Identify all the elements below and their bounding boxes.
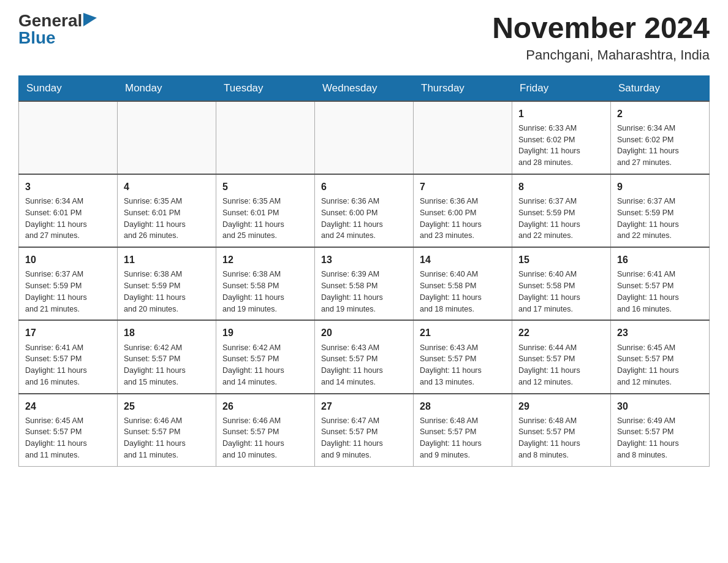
location-title: Panchgani, Maharashtra, India xyxy=(492,47,710,63)
week-row: 24Sunrise: 6:45 AM Sunset: 5:57 PM Dayli… xyxy=(19,394,710,467)
day-info: Sunrise: 6:40 AM Sunset: 5:58 PM Dayligh… xyxy=(518,269,604,315)
title-block: November 2024 Panchgani, Maharashtra, In… xyxy=(492,12,710,63)
calendar-cell: 7Sunrise: 6:36 AM Sunset: 6:00 PM Daylig… xyxy=(414,174,512,247)
calendar-cell: 8Sunrise: 6:37 AM Sunset: 5:59 PM Daylig… xyxy=(512,174,611,247)
day-info: Sunrise: 6:47 AM Sunset: 5:57 PM Dayligh… xyxy=(321,415,407,461)
logo-general-text: General xyxy=(18,12,82,29)
calendar-cell: 16Sunrise: 6:41 AM Sunset: 5:57 PM Dayli… xyxy=(611,247,710,320)
day-info: Sunrise: 6:49 AM Sunset: 5:57 PM Dayligh… xyxy=(617,415,703,461)
day-number: 27 xyxy=(321,399,407,413)
day-number: 11 xyxy=(124,253,210,267)
calendar-cell: 5Sunrise: 6:35 AM Sunset: 6:01 PM Daylig… xyxy=(216,174,315,247)
calendar-cell: 10Sunrise: 6:37 AM Sunset: 5:59 PM Dayli… xyxy=(19,247,118,320)
day-number: 1 xyxy=(518,107,604,121)
day-info: Sunrise: 6:34 AM Sunset: 6:02 PM Dayligh… xyxy=(617,123,703,169)
calendar-cell: 27Sunrise: 6:47 AM Sunset: 5:57 PM Dayli… xyxy=(315,394,414,467)
day-number: 20 xyxy=(321,326,407,340)
day-number: 4 xyxy=(124,180,210,194)
day-number: 7 xyxy=(420,180,506,194)
day-info: Sunrise: 6:34 AM Sunset: 6:01 PM Dayligh… xyxy=(25,196,111,242)
day-number: 23 xyxy=(617,326,703,340)
day-info: Sunrise: 6:35 AM Sunset: 6:01 PM Dayligh… xyxy=(124,196,210,242)
calendar-cell: 15Sunrise: 6:40 AM Sunset: 5:58 PM Dayli… xyxy=(512,247,611,320)
calendar-cell: 13Sunrise: 6:39 AM Sunset: 5:58 PM Dayli… xyxy=(315,247,414,320)
calendar-day-header: Tuesday xyxy=(216,75,315,101)
calendar-cell: 3Sunrise: 6:34 AM Sunset: 6:01 PM Daylig… xyxy=(19,174,118,247)
day-number: 29 xyxy=(518,399,604,413)
day-number: 25 xyxy=(124,399,210,413)
calendar-cell: 17Sunrise: 6:41 AM Sunset: 5:57 PM Dayli… xyxy=(19,320,118,393)
calendar-cell: 14Sunrise: 6:40 AM Sunset: 5:58 PM Dayli… xyxy=(414,247,512,320)
calendar-day-header: Monday xyxy=(118,75,216,101)
day-info: Sunrise: 6:41 AM Sunset: 5:57 PM Dayligh… xyxy=(617,269,703,315)
calendar-cell: 6Sunrise: 6:36 AM Sunset: 6:00 PM Daylig… xyxy=(315,174,414,247)
calendar-cell: 30Sunrise: 6:49 AM Sunset: 5:57 PM Dayli… xyxy=(611,394,710,467)
day-info: Sunrise: 6:46 AM Sunset: 5:57 PM Dayligh… xyxy=(124,415,210,461)
day-number: 5 xyxy=(222,180,308,194)
day-number: 30 xyxy=(617,399,703,413)
week-row: 1Sunrise: 6:33 AM Sunset: 6:02 PM Daylig… xyxy=(19,101,710,174)
day-number: 17 xyxy=(25,326,111,340)
calendar-cell xyxy=(118,101,216,174)
day-number: 14 xyxy=(420,253,506,267)
calendar-cell: 24Sunrise: 6:45 AM Sunset: 5:57 PM Dayli… xyxy=(19,394,118,467)
logo: General Blue xyxy=(18,12,97,47)
day-info: Sunrise: 6:36 AM Sunset: 6:00 PM Dayligh… xyxy=(321,196,407,242)
calendar-header-row: SundayMondayTuesdayWednesdayThursdayFrid… xyxy=(19,75,710,101)
svg-marker-0 xyxy=(83,13,97,26)
day-number: 9 xyxy=(617,180,703,194)
week-row: 10Sunrise: 6:37 AM Sunset: 5:59 PM Dayli… xyxy=(19,247,710,320)
day-info: Sunrise: 6:46 AM Sunset: 5:57 PM Dayligh… xyxy=(222,415,308,461)
calendar-cell xyxy=(216,101,315,174)
day-info: Sunrise: 6:38 AM Sunset: 5:59 PM Dayligh… xyxy=(124,269,210,315)
day-info: Sunrise: 6:42 AM Sunset: 5:57 PM Dayligh… xyxy=(124,342,210,388)
day-info: Sunrise: 6:36 AM Sunset: 6:00 PM Dayligh… xyxy=(420,196,506,242)
day-info: Sunrise: 6:37 AM Sunset: 5:59 PM Dayligh… xyxy=(518,196,604,242)
day-info: Sunrise: 6:45 AM Sunset: 5:57 PM Dayligh… xyxy=(617,342,703,388)
day-number: 12 xyxy=(222,253,308,267)
calendar-cell: 23Sunrise: 6:45 AM Sunset: 5:57 PM Dayli… xyxy=(611,320,710,393)
calendar-cell: 1Sunrise: 6:33 AM Sunset: 6:02 PM Daylig… xyxy=(512,101,611,174)
day-info: Sunrise: 6:45 AM Sunset: 5:57 PM Dayligh… xyxy=(25,415,111,461)
day-info: Sunrise: 6:33 AM Sunset: 6:02 PM Dayligh… xyxy=(518,123,604,169)
day-number: 6 xyxy=(321,180,407,194)
calendar-cell: 18Sunrise: 6:42 AM Sunset: 5:57 PM Dayli… xyxy=(118,320,216,393)
day-number: 19 xyxy=(222,326,308,340)
day-number: 13 xyxy=(321,253,407,267)
day-number: 3 xyxy=(25,180,111,194)
day-info: Sunrise: 6:44 AM Sunset: 5:57 PM Dayligh… xyxy=(518,342,604,388)
day-info: Sunrise: 6:37 AM Sunset: 5:59 PM Dayligh… xyxy=(617,196,703,242)
day-info: Sunrise: 6:41 AM Sunset: 5:57 PM Dayligh… xyxy=(25,342,111,388)
calendar-cell: 19Sunrise: 6:42 AM Sunset: 5:57 PM Dayli… xyxy=(216,320,315,393)
calendar-cell: 22Sunrise: 6:44 AM Sunset: 5:57 PM Dayli… xyxy=(512,320,611,393)
day-number: 16 xyxy=(617,253,703,267)
day-number: 24 xyxy=(25,399,111,413)
week-row: 3Sunrise: 6:34 AM Sunset: 6:01 PM Daylig… xyxy=(19,174,710,247)
calendar-cell: 2Sunrise: 6:34 AM Sunset: 6:02 PM Daylig… xyxy=(611,101,710,174)
calendar-cell: 20Sunrise: 6:43 AM Sunset: 5:57 PM Dayli… xyxy=(315,320,414,393)
calendar-cell: 26Sunrise: 6:46 AM Sunset: 5:57 PM Dayli… xyxy=(216,394,315,467)
calendar-cell: 21Sunrise: 6:43 AM Sunset: 5:57 PM Dayli… xyxy=(414,320,512,393)
calendar-cell: 28Sunrise: 6:48 AM Sunset: 5:57 PM Dayli… xyxy=(414,394,512,467)
day-number: 21 xyxy=(420,326,506,340)
calendar-cell xyxy=(414,101,512,174)
day-info: Sunrise: 6:42 AM Sunset: 5:57 PM Dayligh… xyxy=(222,342,308,388)
day-info: Sunrise: 6:39 AM Sunset: 5:58 PM Dayligh… xyxy=(321,269,407,315)
calendar-cell: 29Sunrise: 6:48 AM Sunset: 5:57 PM Dayli… xyxy=(512,394,611,467)
calendar-cell: 9Sunrise: 6:37 AM Sunset: 5:59 PM Daylig… xyxy=(611,174,710,247)
day-info: Sunrise: 6:40 AM Sunset: 5:58 PM Dayligh… xyxy=(420,269,506,315)
day-info: Sunrise: 6:43 AM Sunset: 5:57 PM Dayligh… xyxy=(321,342,407,388)
day-info: Sunrise: 6:48 AM Sunset: 5:57 PM Dayligh… xyxy=(518,415,604,461)
calendar-day-header: Friday xyxy=(512,75,611,101)
day-number: 26 xyxy=(222,399,308,413)
calendar-cell xyxy=(315,101,414,174)
logo-triangle-icon xyxy=(83,13,97,26)
day-info: Sunrise: 6:48 AM Sunset: 5:57 PM Dayligh… xyxy=(420,415,506,461)
calendar-day-header: Saturday xyxy=(611,75,710,101)
calendar-day-header: Wednesday xyxy=(315,75,414,101)
day-number: 8 xyxy=(518,180,604,194)
calendar-cell: 12Sunrise: 6:38 AM Sunset: 5:58 PM Dayli… xyxy=(216,247,315,320)
day-info: Sunrise: 6:37 AM Sunset: 5:59 PM Dayligh… xyxy=(25,269,111,315)
calendar-day-header: Thursday xyxy=(414,75,512,101)
calendar-cell: 11Sunrise: 6:38 AM Sunset: 5:59 PM Dayli… xyxy=(118,247,216,320)
